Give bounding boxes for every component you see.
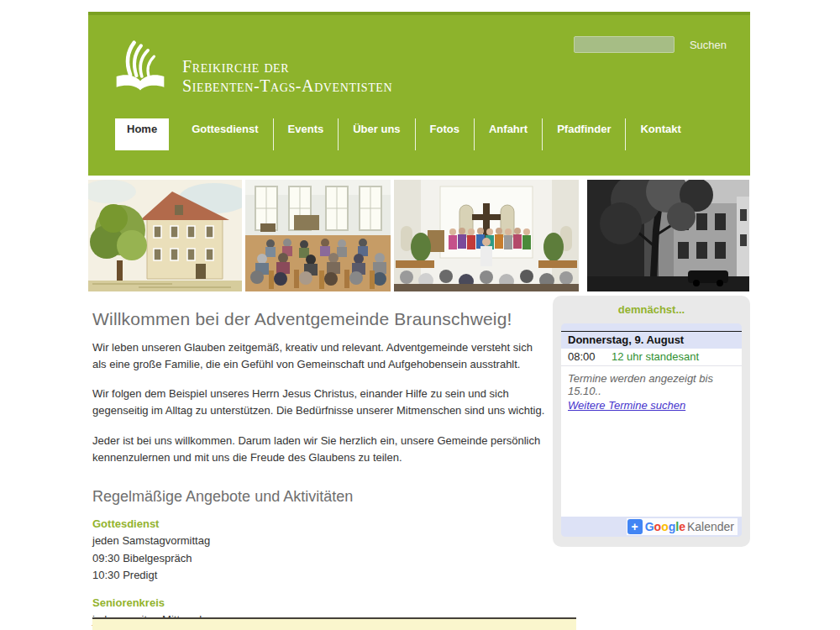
page-container: Freikirche der Siebenten-Tags-Adventiste…	[88, 12, 750, 630]
section-title: Regelmäßige Angebote und Aktivitäten	[92, 488, 546, 506]
photo-watercolor-church-house	[88, 180, 242, 291]
event-time: 08:00	[568, 350, 612, 363]
photo-strip	[88, 180, 750, 291]
logo-wordmark: Freikirche der Siebenten-Tags-Adventiste…	[182, 57, 392, 96]
event-title-link[interactable]: 12 uhr standesant	[612, 350, 699, 363]
calendar-footer: + G o o g l e Kalender	[561, 517, 742, 537]
logo-line-1: Freikirche der	[182, 57, 392, 76]
activity-gottesdienst: Gottesdienst jeden Samstagvormittag 09:3…	[92, 517, 546, 585]
content-area: Willkommen bei der Adventgemeinde Brauns…	[88, 296, 750, 630]
google-calendar-widget: Donnerstag, 9. August 08:00 12 uhr stand…	[561, 323, 742, 537]
nav-tab-events[interactable]: Events	[274, 118, 339, 150]
nav-tab-home[interactable]: Home	[115, 118, 169, 150]
nav-tab-gottesdienst[interactable]: Gottesdienst	[177, 118, 273, 150]
intro-paragraph-3: Jeder ist bei uns willkommen. Darum lade…	[92, 433, 546, 466]
activity-line: 10:30 Predigt	[92, 567, 546, 585]
main-navigation: Home Gottesdienst Events Über uns Fotos …	[115, 118, 696, 150]
google-letter: o	[661, 520, 669, 533]
calendar-event-row: 08:00 12 uhr standesant	[561, 349, 742, 366]
activity-name: Gottesdienst	[92, 517, 546, 530]
logo-line-2: Siebenten-Tags-Adventisten	[182, 76, 392, 96]
google-calendar-button[interactable]: + G o o g l e Kalender	[627, 518, 738, 535]
search-input[interactable]	[574, 36, 675, 53]
page-title: Willkommen bei der Adventgemeinde Brauns…	[92, 309, 546, 329]
notice-bar	[92, 617, 576, 630]
calendar-date-header: Donnerstag, 9. August	[561, 331, 742, 349]
google-letter: e	[679, 520, 685, 533]
widget-title: demnächst...	[561, 303, 742, 316]
google-logo: G o o g l e	[645, 520, 685, 533]
upcoming-events-widget: demnächst... Donnerstag, 9. August 08:00…	[553, 296, 750, 547]
photo-congregation-in-hall	[245, 180, 391, 291]
sidebar: demnächst... Donnerstag, 9. August 08:00…	[553, 296, 750, 547]
nav-tab-pfadfinder[interactable]: Pfadfinder	[543, 118, 626, 150]
adventist-flame-book-icon	[113, 39, 167, 96]
google-letter: g	[669, 520, 676, 533]
calendar-notice: Termine werden angezeigt bis 15.10..	[561, 366, 742, 397]
search-area: Suchen	[574, 36, 732, 53]
intro-paragraph-1: Wir leben unseren Glauben zeitgemäß, kre…	[92, 339, 546, 373]
nav-tab-ueber-uns[interactable]: Über uns	[339, 118, 415, 150]
more-events-link[interactable]: Weitere Termine suchen	[568, 399, 685, 412]
nav-tab-fotos[interactable]: Fotos	[416, 118, 475, 150]
activity-line: jeden Samstagvormittag	[92, 533, 546, 550]
photo-choir-in-church	[394, 180, 579, 291]
intro-paragraph-2: Wir folgen dem Beispiel unseres Herrn Je…	[92, 386, 546, 419]
main-column: Willkommen bei der Adventgemeinde Brauns…	[88, 296, 546, 630]
kalender-label: Kalender	[687, 520, 734, 533]
nav-tab-kontakt[interactable]: Kontakt	[626, 118, 695, 150]
google-letter: o	[654, 520, 662, 533]
site-header: Freikirche der Siebenten-Tags-Adventiste…	[88, 12, 750, 176]
photo-black-white-building	[587, 180, 749, 291]
site-logo: Freikirche der Siebenten-Tags-Adventiste…	[113, 39, 392, 96]
nav-tab-anfahrt[interactable]: Anfahrt	[475, 118, 543, 150]
plus-icon: +	[627, 519, 643, 534]
activity-line: 09:30 Bibelgespräch	[92, 550, 546, 568]
search-button[interactable]: Suchen	[685, 38, 732, 52]
activity-name: Seniorenkreis	[92, 596, 546, 609]
calendar-body: 08:00 12 uhr standesant Termine werden a…	[561, 349, 742, 517]
google-letter: G	[645, 520, 654, 533]
